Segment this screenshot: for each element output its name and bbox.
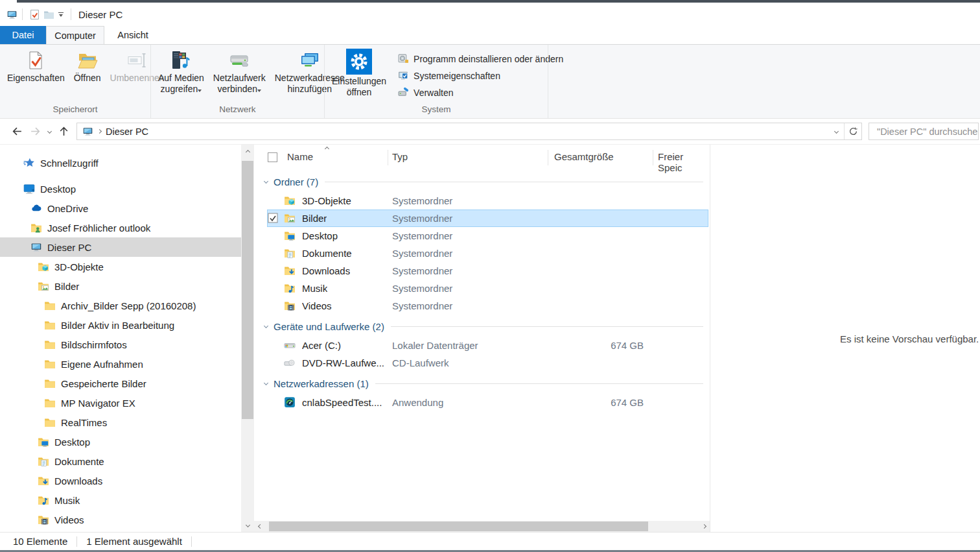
scrollbar-thumb[interactable] — [269, 522, 648, 531]
selection-count[interactable]: 1 Element ausgewählt — [86, 536, 182, 547]
address-dropdown-button[interactable] — [828, 123, 844, 139]
sidebar-item-realtimes[interactable]: RealTimes — [0, 413, 241, 432]
file-type: Systemordner — [392, 230, 452, 241]
column-header-typ[interactable]: Typ — [392, 151, 408, 162]
sidebar-item-downloads[interactable]: Downloads — [0, 471, 241, 490]
sidebar-item-label: Videos — [54, 514, 84, 525]
einstellungen-oeffnen-button[interactable]: Einstellungenöffnen — [327, 46, 391, 97]
ribbon-group-label-netzwerk: Netzwerk — [151, 104, 324, 118]
address-bar[interactable]: Dieser PC — [76, 123, 862, 140]
sidebar-scrollbar[interactable] — [241, 145, 254, 532]
sidebar-item-schnellzugriff[interactable]: Schnellzugriff — [0, 153, 241, 173]
recent-locations-button[interactable] — [44, 123, 54, 141]
this-pc-icon — [6, 9, 18, 20]
sidebar-item-label: Josef Fröhlicher outlook — [47, 222, 150, 234]
scroll-left-icon[interactable] — [255, 521, 265, 532]
folder-downloads-icon — [38, 475, 49, 486]
up-button[interactable] — [54, 123, 73, 141]
sidebar-item-label: Desktop — [54, 437, 90, 448]
scroll-down-icon[interactable] — [241, 519, 254, 531]
scroll-right-icon[interactable] — [699, 521, 709, 532]
system-properties-button[interactable]: Systemeigenschaften — [395, 69, 566, 82]
sidebar-item-bildschirmfotos[interactable]: Bildschirmfotos — [0, 335, 241, 354]
file-size: 674 GB — [548, 340, 644, 351]
navigation-pane: SchnellzugriffDesktopOneDriveJosef Fröhl… — [0, 145, 241, 532]
speedtest-app-icon — [284, 396, 296, 408]
file-row-3d-objekte[interactable]: 3D-ObjekteSystemordner — [254, 192, 710, 210]
sidebar-item-mp-navigator-ex[interactable]: MP Navigator EX — [0, 393, 241, 413]
tab-computer[interactable]: Computer — [46, 26, 104, 44]
sidebar-item-eigene-aufnahmen[interactable]: Eigene Aufnahmen — [0, 354, 241, 374]
eigenschaften-button[interactable]: Eigenschaften — [3, 46, 69, 84]
file-type: Systemordner — [392, 300, 452, 311]
file-row-dvd-rw-laufwe[interactable]: DVD-RW-Laufwe...CD-Laufwerk — [254, 354, 710, 372]
sidebar-item-musik[interactable]: Musik — [0, 490, 241, 510]
sidebar-item-gespeicherte-bilder[interactable]: Gespeicherte Bilder — [0, 374, 241, 393]
folder-icon — [44, 358, 56, 370]
chevron-down-icon — [257, 90, 261, 92]
qat-customize-button[interactable] — [56, 6, 66, 22]
select-all-checkbox[interactable] — [268, 152, 277, 162]
column-divider[interactable] — [388, 150, 388, 165]
group-header-netzwerkadressen-1[interactable]: Netzwerkadressen (1) — [254, 376, 710, 391]
sidebar-item-onedrive[interactable]: OneDrive — [0, 198, 241, 218]
group-header-ordner-7[interactable]: Ordner (7) — [254, 174, 710, 189]
sidebar-item-label: Downloads — [54, 475, 102, 486]
column-header-name[interactable]: Name — [287, 151, 313, 162]
scrollbar-thumb[interactable] — [242, 161, 253, 419]
auf-medien-zugreifen-button[interactable]: Auf Medienzugreifen — [154, 46, 209, 94]
file-row-downloads[interactable]: DownloadsSystemordner — [254, 262, 710, 280]
file-row-desktop[interactable]: DesktopSystemordner — [254, 227, 710, 245]
file-row-cnlabspeedtest[interactable]: cnlabSpeedTest....Anwendung674 GB — [254, 394, 710, 411]
sidebar-item-label: Musik — [54, 495, 80, 506]
file-type: Systemordner — [392, 283, 452, 294]
ribbon: Eigenschaften Öffnen Umbenennen Speicher… — [0, 44, 980, 119]
breadcrumb[interactable]: Dieser PC — [106, 126, 148, 137]
folder-icon — [43, 9, 54, 20]
search-input[interactable] — [869, 123, 979, 140]
column-header-gesamtgroesse[interactable]: Gesamtgröße — [554, 151, 614, 162]
sidebar-item-bilder[interactable]: Bilder — [0, 276, 241, 296]
file-name: Bilder — [302, 213, 327, 224]
sidebar-item-bilder-aktiv-in-bearbeitung[interactable]: Bilder Aktiv in Bearbeitung — [0, 315, 241, 335]
file-row-dokumente[interactable]: DokumenteSystemordner — [254, 245, 710, 262]
verwalten-button[interactable]: Verwalten — [395, 86, 566, 99]
tab-datei[interactable]: Datei — [0, 26, 46, 44]
tab-ansicht[interactable]: Ansicht — [104, 26, 161, 44]
qat-new-folder-button[interactable] — [41, 6, 56, 22]
sidebar-item-archiv-bilder-sepp-20160208[interactable]: Archiv_Bilder Sepp (20160208) — [0, 296, 241, 315]
oeffnen-button[interactable]: Öffnen — [69, 46, 106, 84]
sidebar-item-label: Desktop — [40, 184, 76, 195]
horizontal-scrollbar[interactable] — [254, 521, 710, 532]
sidebar-item-desktop[interactable]: Desktop — [0, 179, 241, 198]
file-row-bilder[interactable]: BilderSystemordner — [254, 210, 710, 227]
sort-ascending-icon — [325, 147, 329, 151]
row-checkbox[interactable] — [268, 213, 278, 223]
media-server-icon — [170, 50, 191, 71]
sidebar-item-dokumente[interactable]: Dokumente — [0, 451, 241, 471]
open-folder-icon — [77, 50, 98, 71]
settings-gear-icon — [346, 49, 372, 75]
ribbon-group-netzwerk: Auf Medienzugreifen Netzlaufwerkverbinde… — [150, 45, 324, 118]
refresh-button[interactable] — [845, 123, 861, 139]
file-row-musik[interactable]: MusikSystemordner — [254, 280, 710, 297]
group-header-ger-te-und-laufwerke-2[interactable]: Geräte und Laufwerke (2) — [254, 319, 710, 334]
netzlaufwerk-verbinden-button[interactable]: Netzlaufwerkverbinden — [209, 46, 270, 94]
back-button[interactable] — [8, 123, 26, 141]
file-name: Dokumente — [302, 248, 352, 259]
scroll-up-icon[interactable] — [241, 146, 254, 158]
file-row-videos[interactable]: VideosSystemordner — [254, 297, 710, 315]
sidebar-item-josef-fr-hlicher-outlook[interactable]: Josef Fröhlicher outlook — [0, 218, 241, 237]
uninstall-program-button[interactable]: Programm deinstallieren oder ändern — [395, 52, 566, 66]
forward-button[interactable] — [26, 123, 44, 141]
dvd-drive-icon — [284, 357, 296, 368]
rename-icon — [127, 50, 148, 71]
qat-properties-button[interactable] — [27, 6, 41, 22]
column-divider[interactable] — [548, 150, 548, 165]
column-divider[interactable] — [653, 150, 653, 165]
sidebar-item-3d-objekte[interactable]: 3D-Objekte — [0, 257, 241, 276]
sidebar-item-desktop[interactable]: Desktop — [0, 432, 241, 451]
file-row-acer-c[interactable]: Acer (C:)Lokaler Datenträger674 GB — [254, 337, 710, 354]
sidebar-item-dieser-pc[interactable]: Dieser PC — [0, 237, 241, 257]
sidebar-item-videos[interactable]: Videos — [0, 510, 241, 529]
